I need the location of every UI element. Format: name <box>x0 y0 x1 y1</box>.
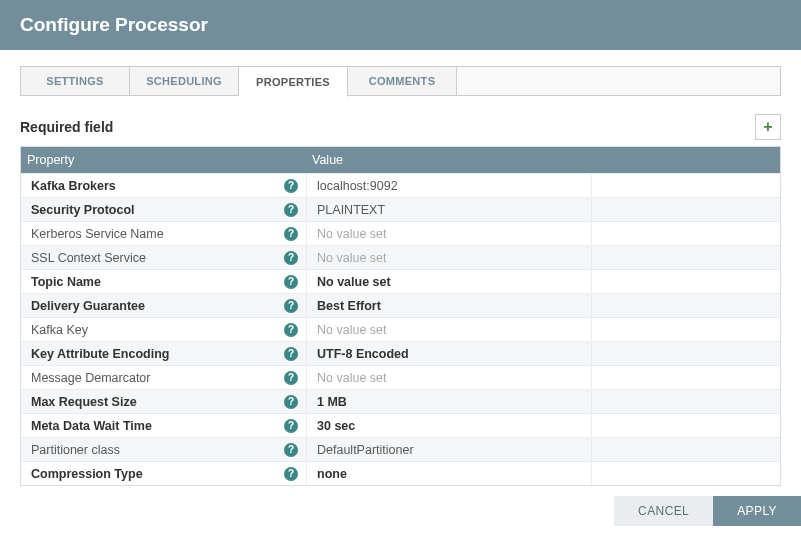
help-icon[interactable]: ? <box>284 419 298 433</box>
property-value: No value set <box>317 318 592 342</box>
property-cell: Max Request Size? <box>21 395 306 409</box>
table-row[interactable]: Kafka Brokers?localhost:9092 <box>21 173 780 197</box>
tab-scheduling[interactable]: SCHEDULING <box>130 67 239 95</box>
dialog-title: Configure Processor <box>0 0 801 50</box>
property-name: Partitioner class <box>31 443 120 457</box>
help-icon[interactable]: ? <box>284 227 298 241</box>
table-row[interactable]: Delivery Guarantee?Best Effort <box>21 293 780 317</box>
value-cell[interactable]: Best Effort <box>307 294 780 318</box>
property-cell: Meta Data Wait Time? <box>21 419 306 433</box>
tab-bar: SETTINGS SCHEDULING PROPERTIES COMMENTS <box>20 66 781 96</box>
value-extra <box>592 462 780 486</box>
property-name: Topic Name <box>31 275 101 289</box>
property-value: 1 MB <box>317 390 592 414</box>
property-name: Max Request Size <box>31 395 137 409</box>
property-name: Kafka Brokers <box>31 179 116 193</box>
dialog-body: SETTINGS SCHEDULING PROPERTIES COMMENTS … <box>0 50 801 496</box>
value-cell[interactable]: none <box>307 462 780 486</box>
value-extra <box>592 342 780 366</box>
property-value: No value set <box>317 366 592 390</box>
table-row[interactable]: Message Demarcator?No value set <box>21 365 780 389</box>
property-cell: Kafka Key? <box>21 323 306 337</box>
value-cell[interactable]: 1 MB <box>307 390 780 414</box>
value-cell[interactable]: 30 sec <box>307 414 780 438</box>
property-cell: Key Attribute Encoding? <box>21 347 306 361</box>
table-row[interactable]: SSL Context Service?No value set <box>21 245 780 269</box>
property-name: Delivery Guarantee <box>31 299 145 313</box>
property-value: PLAINTEXT <box>317 198 592 222</box>
property-cell: Message Demarcator? <box>21 371 306 385</box>
help-icon[interactable]: ? <box>284 323 298 337</box>
property-name: SSL Context Service <box>31 251 146 265</box>
cancel-button[interactable]: CANCEL <box>614 496 713 526</box>
property-value: none <box>317 462 592 486</box>
table-row[interactable]: Kafka Key?No value set <box>21 317 780 341</box>
property-cell: Delivery Guarantee? <box>21 299 306 313</box>
help-icon[interactable]: ? <box>284 179 298 193</box>
table-body: Kafka Brokers?localhost:9092Security Pro… <box>21 173 780 485</box>
value-cell[interactable]: DefaultPartitioner <box>307 438 780 462</box>
property-value: No value set <box>317 222 592 246</box>
tab-properties[interactable]: PROPERTIES <box>239 68 348 97</box>
help-icon[interactable]: ? <box>284 395 298 409</box>
help-icon[interactable]: ? <box>284 443 298 457</box>
table-row[interactable]: Kerberos Service Name?No value set <box>21 221 780 245</box>
value-cell[interactable]: localhost:9092 <box>307 174 780 198</box>
table-row[interactable]: Compression Type?none <box>21 461 780 485</box>
value-extra <box>592 174 780 198</box>
help-icon[interactable]: ? <box>284 467 298 481</box>
tab-settings[interactable]: SETTINGS <box>21 67 130 95</box>
value-cell[interactable]: UTF-8 Encoded <box>307 342 780 366</box>
property-cell: Compression Type? <box>21 467 306 481</box>
help-icon[interactable]: ? <box>284 299 298 313</box>
property-cell: Kerberos Service Name? <box>21 227 306 241</box>
required-field-label: Required field <box>20 119 113 135</box>
value-extra <box>592 390 780 414</box>
property-name: Security Protocol <box>31 203 135 217</box>
table-row[interactable]: Meta Data Wait Time?30 sec <box>21 413 780 437</box>
value-extra <box>592 318 780 342</box>
column-header-value: Value <box>306 153 780 167</box>
value-extra <box>592 366 780 390</box>
value-extra <box>592 414 780 438</box>
value-extra <box>592 294 780 318</box>
property-value: No value set <box>317 270 592 294</box>
property-name: Kerberos Service Name <box>31 227 164 241</box>
value-cell[interactable]: No value set <box>307 246 780 270</box>
property-value: Best Effort <box>317 294 592 318</box>
property-value: 30 sec <box>317 414 592 438</box>
property-name: Message Demarcator <box>31 371 151 385</box>
help-icon[interactable]: ? <box>284 371 298 385</box>
property-value: UTF-8 Encoded <box>317 342 592 366</box>
value-extra <box>592 198 780 222</box>
property-cell: Kafka Brokers? <box>21 179 306 193</box>
value-cell[interactable]: PLAINTEXT <box>307 198 780 222</box>
property-cell: Security Protocol? <box>21 203 306 217</box>
apply-button[interactable]: APPLY <box>713 496 801 526</box>
table-row[interactable]: Max Request Size?1 MB <box>21 389 780 413</box>
help-icon[interactable]: ? <box>284 251 298 265</box>
value-extra <box>592 270 780 294</box>
property-cell: Topic Name? <box>21 275 306 289</box>
value-cell[interactable]: No value set <box>307 222 780 246</box>
help-icon[interactable]: ? <box>284 347 298 361</box>
table-row[interactable]: Partitioner class?DefaultPartitioner <box>21 437 780 461</box>
property-name: Kafka Key <box>31 323 88 337</box>
add-property-button[interactable]: + <box>755 114 781 140</box>
property-value: localhost:9092 <box>317 174 592 198</box>
property-name: Key Attribute Encoding <box>31 347 169 361</box>
help-icon[interactable]: ? <box>284 203 298 217</box>
table-row[interactable]: Topic Name?No value set <box>21 269 780 293</box>
property-cell: SSL Context Service? <box>21 251 306 265</box>
value-cell[interactable]: No value set <box>307 270 780 294</box>
column-header-property: Property <box>21 153 306 167</box>
value-cell[interactable]: No value set <box>307 366 780 390</box>
table-header: Property Value <box>21 147 780 173</box>
tab-comments[interactable]: COMMENTS <box>348 67 457 95</box>
help-icon[interactable]: ? <box>284 275 298 289</box>
table-row[interactable]: Key Attribute Encoding?UTF-8 Encoded <box>21 341 780 365</box>
required-row: Required field + <box>20 114 781 140</box>
value-cell[interactable]: No value set <box>307 318 780 342</box>
property-name: Compression Type <box>31 467 143 481</box>
table-row[interactable]: Security Protocol?PLAINTEXT <box>21 197 780 221</box>
